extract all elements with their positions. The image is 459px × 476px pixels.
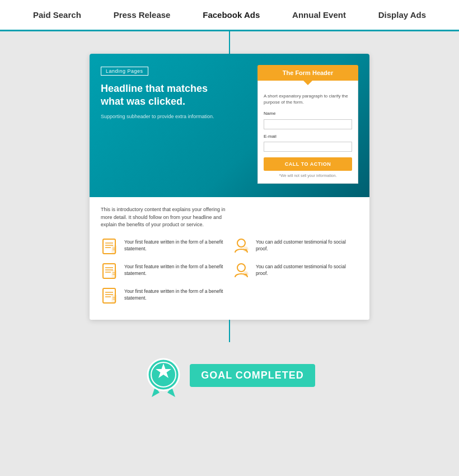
- goal-completed-label: GOAL COMPLETED: [190, 364, 315, 387]
- form-disclaimer: *We will not sell your information.: [264, 174, 352, 178]
- feature-icon-2: [101, 262, 119, 279]
- goal-badge-icon: [144, 353, 183, 398]
- feature-icon-3: [101, 286, 119, 304]
- email-label: E-mail: [264, 134, 352, 139]
- testimonial-icon-1: ★: [232, 237, 250, 255]
- card-headline: Headline that matcheswhat was clicked.: [101, 82, 249, 109]
- card-header: Landing Pages Headline that matcheswhat …: [90, 54, 369, 197]
- form-header: The Form Header: [257, 65, 358, 81]
- email-input[interactable]: [264, 142, 352, 152]
- svg-rect-11: [112, 270, 116, 277]
- svg-text:★: ★: [245, 273, 247, 276]
- name-input[interactable]: [264, 119, 352, 129]
- feature-item-2: Your first feature written in the form o…: [101, 262, 227, 279]
- intro-text: This is introductory content that explai…: [101, 206, 235, 229]
- nav-item-press-release[interactable]: Press Release: [109, 8, 175, 22]
- testimonial-icon-2: ★: [232, 262, 250, 279]
- goal-section: GOAL COMPLETED: [0, 342, 459, 417]
- form-description: A short expanatory paragraph to clarify …: [264, 93, 352, 105]
- feature-text-2: Your first feature written in the form o…: [124, 262, 227, 277]
- svg-rect-18: [112, 295, 116, 302]
- feature-item-3: Your first feature written in the form o…: [101, 286, 227, 304]
- svg-text:★: ★: [245, 248, 247, 251]
- cta-button[interactable]: CALL TO ACTION: [264, 157, 352, 171]
- card-body: This is introductory content that explai…: [90, 197, 369, 320]
- feature-item-1: Your first feature written in the form o…: [101, 237, 227, 255]
- feature-icon-1: [101, 237, 119, 255]
- connector-line-top: [229, 31, 230, 54]
- goal-badge-container: GOAL COMPLETED: [144, 353, 315, 398]
- features-left: Your first feature written in the form o…: [101, 237, 227, 311]
- card-subheader: Supporting subheader to provide extra in…: [101, 113, 249, 120]
- name-label: Name: [264, 111, 352, 116]
- testimonial-text-2: You can add customer testimonial fo soci…: [256, 262, 358, 277]
- feature-text-1: Your first feature written in the form o…: [124, 237, 227, 253]
- top-navigation: Paid Search Press Release Facebook Ads A…: [0, 0, 459, 31]
- nav-item-annual-event[interactable]: Annual Event: [288, 8, 350, 22]
- landing-page-card: Landing Pages Headline that matcheswhat …: [90, 54, 369, 320]
- form-panel: The Form Header A short expanatory parag…: [257, 65, 358, 184]
- features-section: Your first feature written in the form o…: [101, 237, 358, 311]
- svg-point-21: [237, 239, 245, 247]
- landing-pages-badge: Landing Pages: [101, 67, 148, 76]
- nav-item-paid-search[interactable]: Paid Search: [29, 8, 86, 22]
- feature-text-3: Your first feature written in the form o…: [124, 286, 227, 302]
- nav-item-facebook-ads[interactable]: Facebook Ads: [198, 8, 264, 22]
- testimonial-text-1: You can add customer testimonial fo soci…: [256, 237, 358, 253]
- connector-line-bottom: [229, 320, 230, 342]
- features-right: ★ You can add customer testimonial fo so…: [232, 237, 358, 311]
- svg-point-24: [237, 264, 245, 272]
- testimonial-item-2: ★ You can add customer testimonial fo so…: [232, 262, 358, 279]
- svg-rect-4: [112, 246, 116, 253]
- nav-item-display-ads[interactable]: Display Ads: [374, 8, 430, 22]
- card-header-left: Landing Pages Headline that matcheswhat …: [101, 65, 249, 120]
- testimonial-item-1: ★ You can add customer testimonial fo so…: [232, 237, 358, 255]
- form-body: A short expanatory paragraph to clarify …: [257, 81, 358, 184]
